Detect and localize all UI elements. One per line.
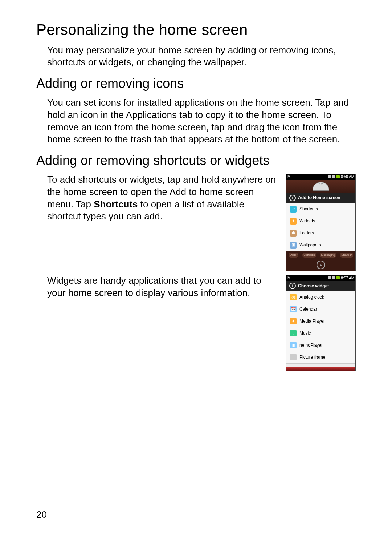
- menu-item-label: Widgets: [299, 218, 315, 224]
- paragraph-shortcuts: To add shortcuts or widgets, tap and hol…: [47, 174, 279, 223]
- menu-item-shortcuts[interactable]: ↗ Shortcuts: [286, 203, 355, 215]
- quick-launch-bar: Dialer Contacts Messaging Browser: [286, 251, 355, 259]
- plus-circle-icon: +: [289, 195, 296, 201]
- calendar-icon: 📅: [290, 306, 297, 312]
- widget-icon: ✦: [290, 218, 297, 225]
- menu-header-label: Add to Home screen: [298, 195, 340, 201]
- menu-item-label: Wallpapers: [299, 242, 321, 248]
- battery-icon: [336, 175, 340, 178]
- intro-paragraph: You may personalize your home screen by …: [47, 44, 356, 69]
- menu-item-label: Music: [299, 331, 311, 336]
- widget-item-nemoplayer[interactable]: ▣ nemoPlayer: [286, 339, 355, 351]
- clock-widget-area: 12: [286, 180, 355, 193]
- shortcut-icon: ↗: [290, 206, 297, 213]
- menu-item-label: Picture frame: [299, 355, 325, 360]
- widget-item-picture-frame[interactable]: ▢ Picture frame: [286, 351, 355, 363]
- menu-item-label: Folders: [299, 230, 314, 236]
- page-number: 20: [36, 509, 47, 521]
- paragraph-shortcuts-bold: Shortcuts: [94, 199, 138, 210]
- menu-header-add: + Add to Home screen: [286, 193, 355, 203]
- folder-icon: ✱: [290, 230, 297, 237]
- paragraph-widgets: Widgets are handy applications that you …: [47, 275, 279, 299]
- add-menu-list: ↗ Shortcuts ✦ Widgets ✱ Folders ▣ Wallpa…: [286, 203, 355, 251]
- status-time: 8:56 AM: [341, 174, 354, 179]
- media-player-icon: ✦: [290, 318, 297, 324]
- heading-icons: Adding or removing icons: [36, 75, 356, 92]
- nemoplayer-icon: ▣: [290, 342, 297, 348]
- analog-clock-icon: 12: [313, 182, 329, 191]
- status-bar: M 8:57 AM: [286, 275, 355, 281]
- choose-widget-list: ◷ Analog clock 📅 Calendar ✦ Media Player…: [286, 291, 355, 367]
- menu-header-choose: + Choose widget: [286, 281, 355, 291]
- memory-icon: M: [287, 276, 290, 280]
- quick-contacts[interactable]: Contacts: [302, 253, 316, 258]
- quick-dialer[interactable]: Dialer: [289, 253, 298, 258]
- signal-3g-icon: [328, 276, 331, 279]
- music-icon: ♫: [290, 330, 297, 336]
- phone-screenshot-add-to-home: M 8:56 AM 12 + Add to Home screen ↗ Shor…: [286, 174, 356, 271]
- memory-icon: M: [287, 174, 290, 179]
- phone-bottom-strip: [286, 367, 355, 371]
- widget-item-analog-clock[interactable]: ◷ Analog clock: [286, 291, 355, 303]
- signal-bars-icon: [332, 175, 335, 178]
- menu-item-folders[interactable]: ✱ Folders: [286, 227, 355, 239]
- menu-item-label: Shortcuts: [299, 206, 318, 212]
- signal-bars-icon: [332, 276, 335, 279]
- signal-3g-icon: [328, 175, 331, 178]
- picture-frame-icon: ▢: [290, 354, 297, 360]
- app-drawer-handle-icon[interactable]: ▲: [317, 261, 325, 269]
- quick-browser[interactable]: Browser: [340, 253, 353, 258]
- footer-rule: [36, 506, 356, 506]
- list-partial-item: [286, 363, 355, 367]
- widget-item-media-player[interactable]: ✦ Media Player: [286, 315, 355, 327]
- status-bar: M 8:56 AM: [286, 174, 355, 180]
- analog-clock-icon: ◷: [290, 294, 297, 300]
- quick-messaging[interactable]: Messaging: [320, 253, 336, 258]
- menu-item-label: Analog clock: [299, 295, 324, 300]
- menu-header-label: Choose widget: [298, 283, 329, 289]
- menu-item-wallpapers[interactable]: ▣ Wallpapers: [286, 239, 355, 251]
- widget-item-calendar[interactable]: 📅 Calendar: [286, 303, 355, 315]
- plus-circle-icon: +: [289, 283, 296, 289]
- paragraph-icons: You can set icons for installed applicat…: [47, 97, 356, 146]
- app-drawer-handle-row: ▲: [286, 259, 355, 271]
- status-time: 8:57 AM: [341, 276, 354, 280]
- menu-item-label: Media Player: [299, 319, 325, 324]
- wallpaper-icon: ▣: [290, 242, 297, 249]
- widget-item-music[interactable]: ♫ Music: [286, 327, 355, 339]
- heading-personalizing: Personalizing the home screen: [36, 20, 356, 40]
- menu-item-widgets[interactable]: ✦ Widgets: [286, 215, 355, 227]
- menu-item-label: Calendar: [299, 307, 317, 312]
- battery-icon: [336, 276, 340, 279]
- heading-shortcuts-widgets: Adding or removing shortcuts or widgets: [36, 152, 356, 169]
- menu-item-label: nemoPlayer: [299, 343, 323, 348]
- phone-screenshot-choose-widget: M 8:57 AM + Choose widget ◷ Analog clock: [286, 275, 356, 371]
